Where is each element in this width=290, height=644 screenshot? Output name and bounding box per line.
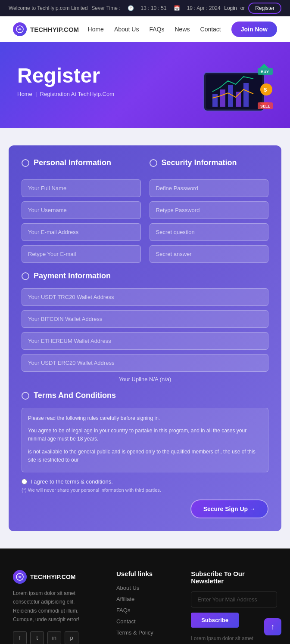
retype-password-input[interactable] [150,201,269,219]
ethereum-input[interactable] [22,332,268,350]
svg-rect-6 [236,92,241,107]
footer-useful-links-col: Useful links About Us Affiliate FAQs Con… [116,570,174,644]
terms-text-3: is not available to the general public a… [28,448,262,464]
svg-marker-8 [260,64,268,68]
logo-icon [13,22,27,36]
topbar: Welcome to TechHyip.com Limited Sever Ti… [0,0,290,16]
pinterest-icon[interactable]: p [65,631,78,644]
top-form-columns: Personal Information Security Informatio… [22,158,268,263]
calendar-icon: 📅 [174,5,180,11]
bitcoin-input[interactable] [22,310,268,328]
personal-info-dot [22,159,29,167]
payment-info-header: Payment Information [22,271,268,280]
terms-note: (*) We will never share your personal in… [22,487,268,493]
useful-links-title: Useful links [116,570,174,577]
footer-about-col: TECHHYIP.COM Lorem ipsum dolor sit amet … [13,570,99,644]
navbar: TECHHYIP.COM Home About Us FAQs News Con… [0,16,290,42]
full-name-input[interactable] [22,179,141,197]
twitter-icon[interactable]: t [30,631,44,644]
join-now-button[interactable]: Join Now [231,22,277,37]
footer-link-affiliate-anchor[interactable]: Affiliate [116,596,134,602]
footer-logo-text: TECHHYIP.COM [30,573,76,580]
instagram-icon[interactable]: in [47,631,61,644]
retype-email-input[interactable] [22,245,141,263]
nav-about[interactable]: About Us [114,26,139,33]
breadcrumb-home[interactable]: Home [17,91,32,97]
nav-links: Home About Us FAQs News Contact Join Now [88,22,277,37]
breadcrumb-current: Registration At TechHyip.Com [40,91,114,97]
payment-info-section: Payment Information Your Upline N/A (n/a… [22,271,268,382]
topbar-welcome: Welcome to TechHyip.com Limited [9,5,88,11]
site-logo: TECHHYIP.COM [13,22,79,36]
terms-box[interactable]: Please read the following rules carefull… [22,408,268,472]
newsletter-description: Lorem ipsum dolor sit amet consectetur s… [191,635,277,644]
usdt-trc20-input[interactable] [22,288,268,306]
hero-illustration: BUY SELL $ [191,46,277,125]
terms-header: Terms And Conditions [22,391,268,400]
footer-link-terms: Terms & Policy [116,629,174,636]
email-input[interactable] [22,223,141,241]
personal-info-header: Personal Information [22,158,141,167]
server-date: 19 : Apr : 2024 [187,5,221,11]
scroll-to-top-button[interactable]: ↑ [264,618,281,635]
footer-logo: TECHHYIP.COM [13,570,99,584]
terms-dot [22,392,29,400]
footer-link-affiliate: Affiliate [116,595,174,602]
hero-section: Register Home | Registration At TechHyip… [0,42,290,128]
svg-text:BUY: BUY [261,70,269,74]
server-label: Sever Time : [91,5,120,11]
nav-faqs[interactable]: FAQs [149,26,164,33]
terms-agree-row: I agree to the terms & conditions. [22,478,268,485]
security-info-column: Security Information [150,158,269,263]
topbar-auth: Login or Register [224,3,281,14]
social-icons: f t in p [13,631,99,644]
footer-link-faqs-anchor[interactable]: FAQs [116,607,131,613]
registration-form-section: Personal Information Security Informatio… [0,128,290,548]
useful-links-list: About Us Affiliate FAQs Contact Terms & … [116,584,174,636]
clock-icon: 🕐 [128,5,134,11]
svg-rect-5 [228,85,233,107]
footer-link-about-anchor[interactable]: About Us [116,585,139,591]
register-top-button[interactable]: Register [248,3,281,14]
terms-radio[interactable] [22,479,27,484]
server-time: 13 : 10 : 51 [141,5,167,11]
topbar-or: or [240,5,245,11]
newsletter-email-input[interactable] [191,592,277,607]
nav-contact[interactable]: Contact [200,26,221,33]
footer-link-contact-anchor[interactable]: Contact [116,618,136,625]
breadcrumb-separator: | [34,91,40,97]
facebook-icon[interactable]: f [13,631,27,644]
secret-question-input[interactable] [150,223,269,241]
terms-section: Terms And Conditions Please read the fol… [22,391,268,518]
payment-inputs [22,288,268,372]
svg-rect-4 [220,89,225,107]
footer-logo-icon [13,570,27,584]
footer-link-faqs: FAQs [116,607,174,613]
footer: TECHHYIP.COM Lorem ipsum dolor sit amet … [0,548,290,644]
secret-answer-input[interactable] [150,245,269,263]
svg-rect-7 [243,83,249,107]
signup-button[interactable]: Secure Sign Up → [190,499,268,518]
terms-title: Terms And Conditions [34,391,116,400]
nav-news[interactable]: News [175,26,190,33]
security-info-title: Security Information [162,158,237,167]
svg-rect-3 [212,94,218,107]
password-input[interactable] [150,179,269,197]
subscribe-button[interactable]: Subscribe [191,613,239,628]
nav-home[interactable]: Home [88,26,104,33]
newsletter-title: Subscribe To Our Newsletter [191,570,277,585]
payment-info-title: Payment Information [34,271,111,280]
usdt-erc20-input[interactable] [22,354,268,372]
svg-text:SELL: SELL [260,104,271,108]
terms-text-2: You agree to be of legal age in your cou… [28,427,262,443]
form-card: Personal Information Security Informatio… [9,145,281,531]
security-info-dot [150,159,157,167]
logo-text: TECHHYIP.COM [30,26,79,33]
terms-text-1: Please read the following rules carefull… [28,414,262,422]
terms-agree-label: I agree to the terms & conditions. [31,478,113,485]
personal-info-title: Personal Information [34,158,111,167]
personal-info-column: Personal Information [22,158,141,263]
footer-link-terms-anchor[interactable]: Terms & Policy [116,629,153,636]
username-input[interactable] [22,201,141,219]
login-link[interactable]: Login [224,5,237,11]
